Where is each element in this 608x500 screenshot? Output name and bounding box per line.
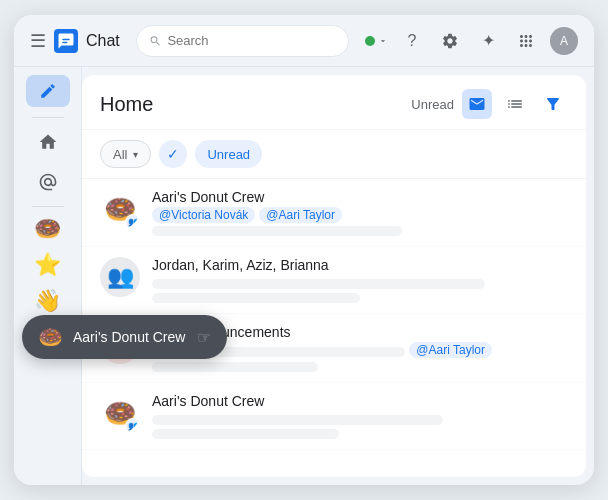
chat-item-avatar: 🍩 👥 bbox=[100, 393, 140, 433]
sidebar-divider-1 bbox=[32, 117, 64, 118]
sidebar: 🍩 ⭐ 👋 🍩 Aari's Donut Crew ☞ bbox=[14, 67, 82, 485]
preview-bar bbox=[152, 415, 443, 425]
tooltip-cursor-icon: ☞ bbox=[197, 328, 211, 347]
sidebar-avatar-donut[interactable]: 🍩 bbox=[32, 213, 64, 245]
status-dot bbox=[365, 36, 375, 46]
preview-bar bbox=[152, 279, 485, 289]
chat-item-header: Aari's Donut Crew bbox=[152, 189, 568, 205]
top-icons: ? ✦ A bbox=[365, 27, 578, 55]
tooltip-emoji: 🍩 bbox=[38, 325, 63, 349]
chat-item[interactable]: 🍩 👥 Aari's Donut Crew @Victoria Novák @A… bbox=[82, 179, 586, 247]
compose-button[interactable] bbox=[26, 75, 70, 107]
view-toggle-icon[interactable] bbox=[500, 89, 530, 119]
filter-bar: All ▾ ✓ Unread bbox=[82, 130, 586, 179]
filter-chip-all[interactable]: All ▾ bbox=[100, 140, 151, 168]
preview-bar bbox=[152, 226, 402, 236]
app-logo bbox=[54, 29, 78, 53]
sidebar-item-mentions[interactable] bbox=[26, 164, 70, 200]
header-actions: Unread bbox=[411, 89, 568, 119]
preview-bar-2 bbox=[152, 429, 339, 439]
sidebar-avatar-wave[interactable]: 👋 bbox=[32, 285, 64, 317]
chat-item-content: Aari's Donut Crew @Victoria Novák @Aari … bbox=[152, 189, 568, 236]
app-container: ☰ Chat ? ✦ A bbox=[14, 15, 594, 485]
group-badge-icon: 👥 bbox=[125, 214, 140, 229]
preview-bar-2 bbox=[152, 293, 360, 303]
content-header: Home Unread bbox=[82, 75, 586, 130]
group-badge-icon-2: 👥 bbox=[125, 418, 140, 433]
app-title: Chat bbox=[86, 32, 120, 50]
filter-chip-all-label: All bbox=[113, 147, 127, 162]
chat-item-header: Jordan, Karim, Aziz, Brianna bbox=[152, 257, 568, 273]
search-bar[interactable] bbox=[136, 25, 349, 57]
sidebar-divider-2 bbox=[32, 206, 64, 207]
mention-chip: @Aari Taylor bbox=[409, 342, 492, 358]
sidebar-item-home[interactable] bbox=[26, 124, 70, 160]
svg-rect-1 bbox=[62, 41, 67, 43]
menu-icon[interactable]: ☰ bbox=[30, 30, 46, 52]
preview-bar-2 bbox=[152, 362, 318, 372]
settings-icon[interactable] bbox=[436, 27, 464, 55]
chat-item-header: Aari's Donut Crew bbox=[152, 393, 568, 409]
mention-chip-2: @Aari Taylor bbox=[259, 207, 342, 223]
filter-chip-unread-label: Unread bbox=[207, 147, 250, 162]
unread-label: Unread bbox=[411, 97, 454, 112]
apps-icon[interactable] bbox=[512, 27, 540, 55]
chevron-down-icon: ▾ bbox=[133, 149, 138, 160]
help-icon[interactable]: ? bbox=[398, 27, 426, 55]
search-input[interactable] bbox=[167, 33, 336, 48]
user-avatar[interactable]: A bbox=[550, 27, 578, 55]
mention-chip: @Victoria Novák bbox=[152, 207, 255, 223]
chat-item-name: Aari's Donut Crew bbox=[152, 189, 264, 205]
sidebar-avatar-star[interactable]: ⭐ bbox=[32, 249, 64, 281]
tooltip-text: Aari's Donut Crew bbox=[73, 329, 185, 345]
chat-item-avatar: 👥 bbox=[100, 257, 140, 297]
status-indicator[interactable] bbox=[365, 36, 388, 46]
chat-item-name: Aari's Donut Crew bbox=[152, 393, 264, 409]
chat-item-preview: @Victoria Novák @Aari Taylor bbox=[152, 207, 492, 223]
main-layout: 🍩 ⭐ 👋 🍩 Aari's Donut Crew ☞ Home Unread bbox=[14, 67, 594, 485]
svg-rect-0 bbox=[62, 38, 70, 40]
filter-icon[interactable] bbox=[538, 89, 568, 119]
chat-item-name: Jordan, Karim, Aziz, Brianna bbox=[152, 257, 329, 273]
unread-filter-icon[interactable] bbox=[462, 89, 492, 119]
filter-check-icon[interactable]: ✓ bbox=[159, 140, 187, 168]
chat-item-avatar: 🍩 👥 bbox=[100, 189, 140, 229]
filter-chip-unread[interactable]: Unread bbox=[195, 140, 262, 168]
chat-item[interactable]: 👥 Jordan, Karim, Aziz, Brianna bbox=[82, 247, 586, 314]
sidebar-tooltip[interactable]: 🍩 Aari's Donut Crew ☞ bbox=[22, 315, 227, 359]
content-area: Home Unread All bbox=[82, 75, 586, 477]
chat-item-content: Jordan, Karim, Aziz, Brianna bbox=[152, 257, 568, 303]
chat-item[interactable]: 🍩 👥 Aari's Donut Crew bbox=[82, 383, 586, 450]
chat-item-content: Aari's Donut Crew bbox=[152, 393, 568, 439]
sparkle-icon[interactable]: ✦ bbox=[474, 27, 502, 55]
top-bar: ☰ Chat ? ✦ A bbox=[14, 15, 594, 67]
content-title: Home bbox=[100, 93, 153, 116]
